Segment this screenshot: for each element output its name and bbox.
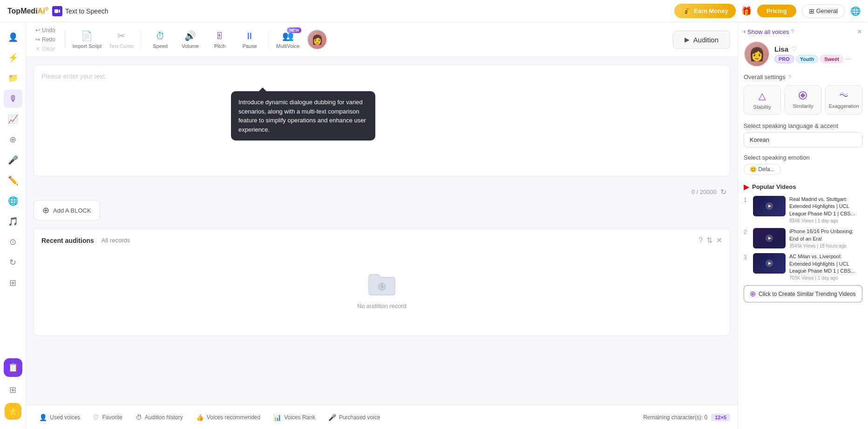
volume-button[interactable]: 🔊 Volume — [179, 30, 201, 49]
clear-button[interactable]: ✕ Clear — [34, 45, 57, 53]
sidebar-yellow-btn[interactable]: ⭐ — [5, 403, 21, 420]
speed-button[interactable]: ⏱ Speed — [149, 31, 171, 49]
language-select[interactable]: Korean — [744, 132, 862, 147]
plus-icon: ⊕ — [42, 205, 49, 215]
heart-icon[interactable]: ♡ — [791, 45, 797, 53]
sidebar-item-globe[interactable]: 🌐 — [4, 192, 22, 210]
voice-profile: 👩 Lisa ♡ PRO Youth Sweet ··· — [744, 41, 862, 67]
undo-button[interactable]: ↩ Undo — [34, 26, 57, 34]
tab-audition-history[interactable]: ⏱ Audition history — [130, 411, 189, 424]
remaining-label: Remaining character(s): 0 — [643, 414, 707, 421]
sidebar-item-music[interactable]: 🎵 — [4, 212, 22, 231]
video-num-1: 1 — [744, 196, 749, 203]
nav-left: TopMediAi® Text to Speech — [7, 6, 108, 16]
tab-voices-recommended[interactable]: 👍 Voices recommended — [190, 411, 266, 424]
all-records-button[interactable]: All records — [98, 236, 134, 245]
panel-help-icon[interactable]: ? — [791, 28, 794, 35]
apps-icon: ⊞ — [9, 278, 16, 288]
favorite-icon: ♡ — [93, 414, 99, 421]
right-panel-header: ‹ Show all voices ? ✕ — [744, 28, 862, 35]
sidebar-item-tts[interactable]: 🎙 — [4, 89, 22, 108]
expand-button[interactable]: ⇅ — [706, 236, 712, 245]
gift-icon[interactable]: 🎁 — [741, 6, 752, 16]
sidebar-item-refresh[interactable]: ↻ — [4, 253, 22, 272]
empty-folder-icon — [367, 271, 397, 297]
sidebar-item-special[interactable]: 📋 — [4, 358, 22, 377]
sidebar-item-lightning[interactable]: ⚡ — [4, 48, 22, 67]
video-item-3[interactable]: 3 AC Milan vs. Liverpool: Extended Highl… — [744, 253, 862, 281]
voice-name-row: Lisa ♡ — [774, 45, 862, 53]
tts-label: Text to Speech — [52, 6, 108, 16]
star-icon: ⭐ — [8, 407, 18, 416]
pitch-button[interactable]: 🎚 Pitch — [209, 31, 231, 49]
pricing-button[interactable]: Pricing — [757, 5, 796, 17]
emotion-button[interactable]: 😊 Defa... — [744, 164, 781, 175]
auditions-header: Recent auditions All records ? ⇅ ✕ — [41, 236, 722, 245]
video-item-1[interactable]: 1 Real Madrid vs. Stuttgart: Extended Hi… — [744, 196, 862, 223]
tag-sweet: Sweet — [820, 55, 843, 63]
earn-money-button[interactable]: 💰 Earn Money — [674, 4, 736, 18]
globe-icon[interactable]: 🌐 — [850, 6, 861, 16]
create-plus-icon: ⊕ — [750, 289, 756, 298]
video-item-2[interactable]: 2 iPhone 16/16 Pro Unboxing: End of an E… — [744, 228, 862, 248]
video-info-1: Real Madrid vs. Stuttgart: Extended High… — [789, 196, 862, 223]
create-similar-button[interactable]: ⊕ Click to Create Similar Trending Video… — [744, 285, 862, 302]
folder-icon: 📁 — [8, 73, 18, 83]
help-button[interactable]: ? — [698, 236, 703, 245]
toolbar: ↩ Undo ↪ Redo ✕ Clear 📄 Import Script ✂ … — [26, 22, 738, 57]
text-cutter-icon: ✂ — [117, 30, 125, 41]
voice-avatar[interactable]: 👩 — [307, 29, 327, 50]
tag-pro: PRO — [774, 55, 794, 63]
sidebar-item-chart[interactable]: 📈 — [4, 110, 22, 128]
panel-close-button[interactable]: ✕ — [857, 28, 862, 35]
tts-sidebar-icon: 🎙 — [9, 94, 17, 104]
import-script-button[interactable]: 📄 Import Script — [73, 30, 102, 49]
close-auditions-button[interactable]: ✕ — [716, 236, 722, 245]
undo-redo-group: ↩ Undo ↪ Redo ✕ Clear — [34, 26, 57, 53]
add-block-button[interactable]: ⊕ Add A BLOCK — [34, 200, 100, 221]
language-label: Select speaking language & accent — [744, 122, 862, 129]
tab-voices-rank[interactable]: 📊 Voices Rank — [268, 411, 321, 424]
user-icon: 👤 — [8, 32, 18, 42]
refresh-icon: ↻ — [9, 257, 16, 268]
show-all-voices-button[interactable]: ‹ Show all voices ? — [744, 28, 794, 35]
speed-icon: ⏱ — [156, 31, 165, 41]
voice-avatar-large[interactable]: 👩 — [744, 41, 770, 67]
popular-videos-title: Popular Videos — [752, 183, 796, 190]
exaggeration-card[interactable]: Exaggeration — [825, 85, 862, 115]
more-options-icon[interactable]: ··· — [845, 55, 851, 63]
tab-favorite[interactable]: ♡ Favorite — [88, 411, 128, 424]
main-content: ↩ Undo ↪ Redo ✕ Clear 📄 Import Script ✂ … — [26, 22, 738, 429]
pause-button[interactable]: ⏸ Pause — [238, 31, 261, 49]
tab-used-voices[interactable]: 👤 Used voices — [34, 411, 86, 424]
pitch-icon: 🎚 — [215, 31, 224, 41]
text-editor[interactable]: Please enter your text. — [34, 65, 730, 176]
audition-button[interactable]: ▶ Audition — [673, 31, 730, 49]
recent-auditions-panel: Recent auditions All records ? ⇅ ✕ No au… — [34, 228, 730, 336]
sidebar-item-apps[interactable]: ⊞ — [4, 274, 22, 292]
sidebar-item-pen[interactable]: ✏️ — [4, 171, 22, 190]
sidebar-item-layers[interactable]: ⊕ — [4, 130, 22, 149]
video-thumb-3 — [753, 253, 786, 274]
stability-card[interactable]: △ Stability — [744, 85, 781, 115]
sidebar-item-mic[interactable]: 🎤 — [4, 151, 22, 169]
multivoice-button[interactable]: NEW 👥 MultiVoice — [276, 30, 299, 49]
sidebar-item-folder[interactable]: 📁 — [4, 69, 22, 87]
redo-button[interactable]: ↪ Redo — [34, 35, 57, 44]
text-cutter-button[interactable]: ✂ Text Cutter — [109, 30, 134, 49]
settings-help-icon[interactable]: ? — [788, 74, 792, 80]
undo-icon: ↩ — [35, 27, 40, 34]
chars-badge: 12×5 — [711, 414, 730, 421]
general-button[interactable]: ⊞ General — [802, 4, 845, 18]
similarity-card[interactable]: Similarity — [785, 85, 822, 115]
refresh-button[interactable]: ↻ — [720, 188, 726, 196]
sidebar-item-avatar[interactable]: 👤 — [4, 28, 22, 47]
exaggeration-icon — [839, 90, 849, 101]
used-voices-icon: 👤 — [39, 414, 47, 421]
auditions-title: Recent auditions — [41, 237, 94, 244]
sidebar-item-circle[interactable]: ⊙ — [4, 233, 22, 251]
pause-icon: ⏸ — [245, 31, 254, 41]
history-icon: ⏱ — [136, 414, 142, 421]
tab-purchased-voice[interactable]: 🎤 Purchased voice — [323, 411, 386, 424]
sidebar-item-grid[interactable]: ⊞ — [4, 381, 22, 399]
